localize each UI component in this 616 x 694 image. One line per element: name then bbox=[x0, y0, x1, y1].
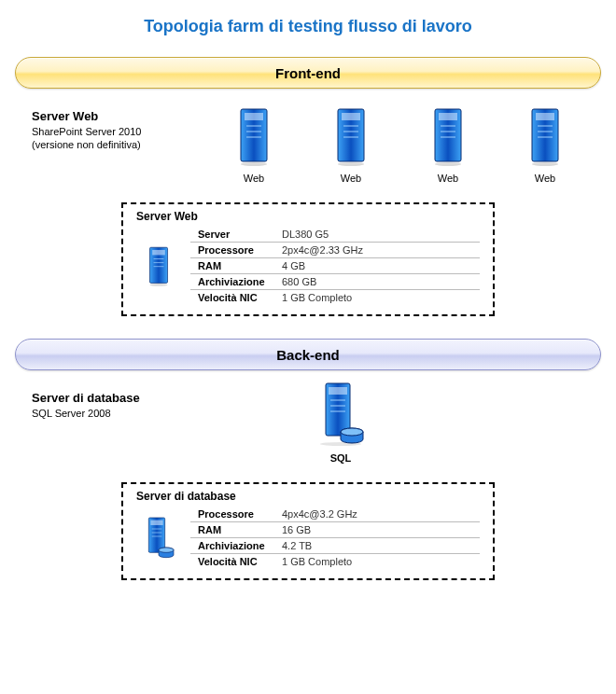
frontend-row: Server Web SharePoint Server 2010 (versi… bbox=[9, 105, 607, 184]
table-row: Archiviazione4.2 TB bbox=[190, 538, 480, 554]
svg-point-5 bbox=[241, 162, 267, 166]
web-server-1-label: Web bbox=[244, 173, 264, 184]
table-row: Processore2px4c@2.33 GHz bbox=[190, 243, 480, 258]
backend-servers: SQL bbox=[205, 382, 476, 464]
web-server-4-label: Web bbox=[535, 173, 555, 184]
spec-key: Processore bbox=[190, 507, 274, 522]
frontend-left: Server Web SharePoint Server 2010 (versi… bbox=[9, 105, 205, 184]
svg-point-37 bbox=[320, 442, 361, 446]
backend-spec-table: Processore4px4c@3.2 GHz RAM16 GB Archivi… bbox=[190, 507, 480, 569]
web-server-4: Web bbox=[503, 105, 587, 184]
table-row: Processore4px4c@3.2 GHz bbox=[190, 507, 480, 522]
backend-spec-title: Server di database bbox=[136, 490, 480, 503]
spec-key: Velocità NIC bbox=[190, 554, 274, 570]
web-server-3: Web bbox=[406, 105, 490, 184]
spec-key: Archiviazione bbox=[190, 274, 274, 290]
svg-point-29 bbox=[149, 284, 167, 286]
server-tower-icon bbox=[525, 105, 566, 167]
svg-point-11 bbox=[338, 162, 364, 166]
spec-key: RAM bbox=[190, 258, 274, 274]
frontend-spec-box: Server Web ServerDL380 G5 Processore2px4… bbox=[121, 202, 495, 316]
frontend-bar: Front-end bbox=[15, 57, 601, 89]
server-tower-icon bbox=[330, 105, 371, 167]
spec-val: 2px4c@2.33 GHz bbox=[274, 243, 480, 258]
backend-left: Server di database SQL Server 2008 bbox=[9, 387, 205, 464]
spec-val: 1 GB Completo bbox=[274, 554, 480, 570]
table-row: RAM16 GB bbox=[190, 522, 480, 538]
server-tower-icon bbox=[427, 105, 469, 167]
spec-key: RAM bbox=[190, 522, 274, 538]
svg-rect-13 bbox=[439, 113, 457, 120]
backend-sub1: SQL Server 2008 bbox=[32, 407, 205, 420]
page-title: Topologia farm di testing flusso di lavo… bbox=[9, 17, 607, 36]
frontend-bar-label: Front-end bbox=[275, 65, 341, 81]
web-server-2-label: Web bbox=[341, 173, 361, 184]
spec-val: 16 GB bbox=[274, 522, 480, 538]
web-server-1: Web bbox=[212, 105, 296, 184]
table-row: Archiviazione680 GB bbox=[190, 274, 480, 290]
server-tower-icon bbox=[145, 244, 173, 287]
backend-bar-label: Back-end bbox=[276, 347, 340, 363]
server-db-icon bbox=[140, 516, 177, 561]
backend-spec-box: Server di database Processore4px4c@3.2 G… bbox=[121, 482, 495, 580]
frontend-servers: Web Web Web bbox=[205, 105, 607, 184]
svg-rect-39 bbox=[150, 520, 162, 524]
backend-heading: Server di database bbox=[32, 391, 205, 405]
sql-server: SQL bbox=[299, 382, 383, 464]
svg-rect-25 bbox=[152, 250, 165, 255]
backend-spec-icon bbox=[136, 516, 181, 561]
spec-val: 1 GB Completo bbox=[274, 290, 480, 306]
frontend-spec-title: Server Web bbox=[136, 210, 480, 223]
svg-rect-1 bbox=[245, 113, 263, 120]
spec-key: Processore bbox=[190, 243, 274, 258]
spec-val: 4px4c@3.2 GHz bbox=[274, 507, 480, 522]
svg-rect-7 bbox=[342, 113, 360, 120]
backend-bar: Back-end bbox=[15, 339, 601, 370]
web-server-3-label: Web bbox=[438, 173, 458, 184]
table-row: ServerDL380 G5 bbox=[190, 227, 480, 243]
svg-point-44 bbox=[159, 548, 174, 552]
svg-rect-31 bbox=[329, 387, 347, 395]
backend-row: Server di database SQL Server 2008 SQL bbox=[9, 387, 607, 464]
svg-point-17 bbox=[435, 162, 461, 166]
table-row: RAM4 GB bbox=[190, 258, 480, 274]
table-row: Velocità NIC1 GB Completo bbox=[190, 290, 480, 306]
svg-point-36 bbox=[341, 428, 363, 436]
server-db-icon bbox=[313, 382, 369, 447]
spec-key: Velocità NIC bbox=[190, 290, 274, 306]
svg-point-23 bbox=[532, 162, 558, 166]
frontend-sub1: SharePoint Server 2010 bbox=[32, 125, 205, 138]
server-tower-icon bbox=[233, 105, 274, 167]
frontend-heading: Server Web bbox=[32, 109, 205, 123]
frontend-spec-icon bbox=[136, 244, 181, 287]
sql-server-label: SQL bbox=[330, 452, 352, 464]
web-server-2: Web bbox=[309, 105, 393, 184]
spec-val: 680 GB bbox=[274, 274, 480, 290]
spec-val: 4.2 TB bbox=[274, 538, 480, 554]
spec-val: DL380 G5 bbox=[274, 227, 480, 243]
spec-key: Archiviazione bbox=[190, 538, 274, 554]
frontend-sub2: (versione non definitiva) bbox=[32, 138, 205, 151]
svg-rect-19 bbox=[536, 113, 554, 120]
table-row: Velocità NIC1 GB Completo bbox=[190, 554, 480, 570]
spec-val: 4 GB bbox=[274, 258, 480, 274]
frontend-spec-table: ServerDL380 G5 Processore2px4c@2.33 GHz … bbox=[190, 227, 480, 305]
spec-key: Server bbox=[190, 227, 274, 243]
